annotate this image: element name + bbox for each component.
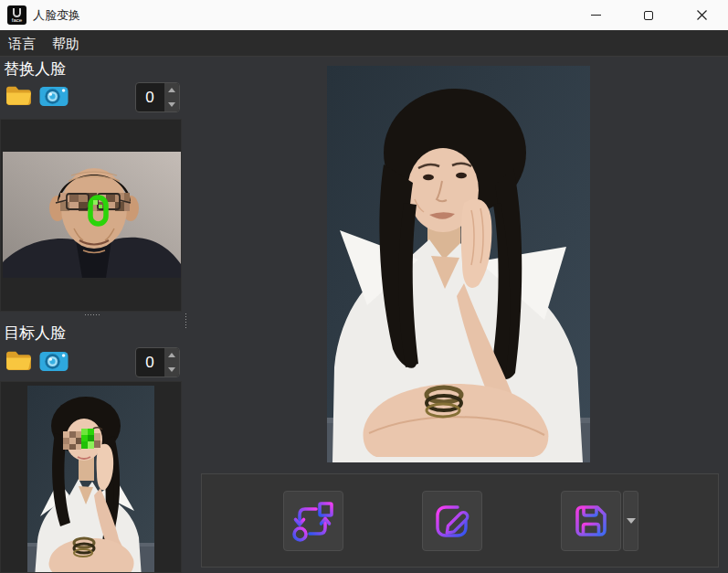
save-result-button[interactable] — [561, 491, 621, 551]
app-icon-u-glyph — [13, 8, 21, 17]
spin-down-button[interactable] — [164, 98, 179, 112]
folder-open-icon — [5, 348, 32, 371]
spin-up-button[interactable] — [164, 348, 179, 363]
swap-faces-icon — [291, 499, 335, 543]
action-toolbar — [201, 473, 719, 568]
menu-language[interactable]: 语言 — [0, 30, 44, 57]
edit-face-button[interactable] — [422, 491, 482, 551]
camera-icon — [39, 348, 69, 372]
spin-down-icon — [168, 102, 175, 107]
target-index-spinner[interactable]: 0 — [135, 347, 180, 377]
minimize-icon — [591, 15, 601, 16]
swap-faces-button[interactable] — [283, 491, 343, 551]
save-options-dropdown-button[interactable] — [623, 491, 638, 551]
window-controls — [569, 0, 728, 30]
source-index-spinner[interactable]: 0 — [135, 82, 180, 112]
source-section-title: 替换人脸 — [4, 58, 66, 80]
camera-icon — [39, 83, 69, 107]
save-icon — [569, 499, 613, 543]
minimize-button[interactable] — [569, 0, 622, 30]
vertical-splitter-handle[interactable] — [185, 313, 187, 328]
titlebar: face 人脸变换 — [0, 0, 728, 30]
source-face-thumbnail[interactable] — [3, 152, 181, 278]
dropdown-arrow-icon — [627, 518, 636, 524]
close-button[interactable] — [675, 0, 728, 30]
source-scroll-area — [0, 119, 182, 312]
target-camera-button[interactable] — [38, 348, 69, 374]
maximize-button[interactable] — [622, 0, 675, 30]
folder-open-icon — [5, 83, 32, 106]
target-scroll-area — [0, 381, 182, 573]
app-icon-label: face — [12, 17, 22, 23]
edit-icon — [430, 499, 474, 543]
source-index-value: 0 — [136, 83, 164, 111]
app-icon: face — [7, 5, 26, 25]
window-title: 人脸变换 — [33, 0, 80, 30]
target-face-thumbnail[interactable] — [27, 386, 154, 573]
target-spin-buttons — [164, 348, 179, 377]
target-index-value: 0 — [136, 348, 164, 377]
menubar: 语言 帮助 — [0, 30, 728, 57]
spin-up-button[interactable] — [164, 83, 179, 98]
close-icon — [696, 9, 708, 21]
result-preview-image — [327, 66, 590, 462]
spin-up-icon — [168, 353, 175, 357]
source-spin-buttons — [164, 83, 179, 111]
face-marker — [81, 429, 94, 449]
source-camera-button[interactable] — [38, 83, 69, 109]
spin-up-icon — [168, 88, 175, 92]
spin-down-icon — [168, 367, 175, 372]
target-section-title: 目标人脸 — [4, 323, 66, 344]
left-panel: 替换人脸 0 — [0, 57, 183, 573]
maximize-icon — [644, 11, 653, 20]
horizontal-splitter-handle[interactable] — [84, 313, 100, 316]
spin-down-button[interactable] — [164, 363, 179, 377]
menu-help[interactable]: 帮助 — [44, 30, 88, 57]
app-window: face 人脸变换 语言 帮助 替换人脸 — [0, 0, 728, 573]
source-open-folder-button[interactable] — [3, 83, 34, 109]
target-open-folder-button[interactable] — [3, 348, 34, 374]
